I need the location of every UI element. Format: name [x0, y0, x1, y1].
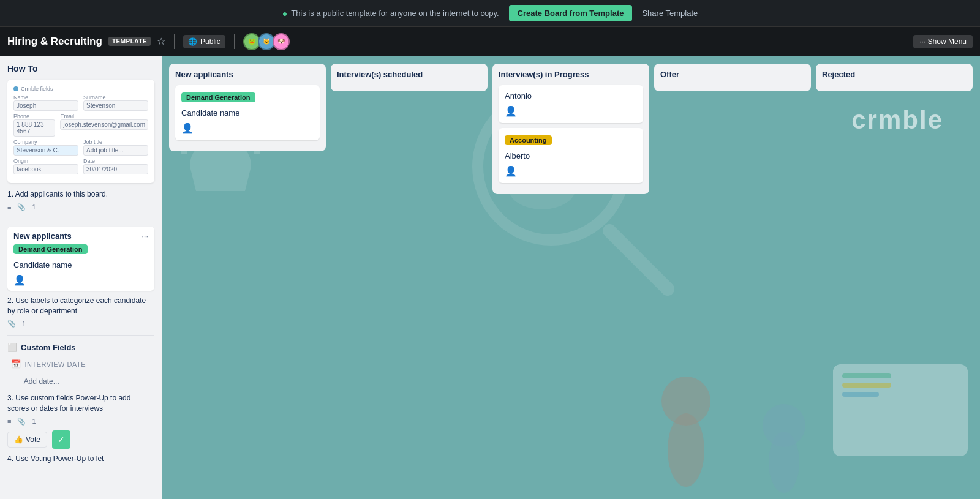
field-row-company: Company Stevenson & C. Job title Add job…	[13, 139, 148, 156]
column-interviews-scheduled-header: Interview(s) scheduled	[337, 70, 481, 79]
crmble-fields-card: Crmble fields Name Joseph Surname Steven…	[7, 80, 154, 183]
person-icon: 👤	[13, 274, 148, 286]
mini-card-header: New applicants ···	[13, 231, 148, 241]
step3-text: 3. Use custom fields Power-Up to add sco…	[7, 393, 154, 414]
column-interviews-scheduled: Interview(s) scheduled	[331, 64, 488, 91]
step1-meta: ≡ 📎 1	[7, 203, 154, 211]
top-banner: ● This is a public template for anyone o…	[0, 0, 980, 27]
vote-check-button[interactable]: ✓	[52, 430, 70, 449]
plus-icon: +	[11, 377, 15, 386]
step1-text: 1. Add applicants to this board.	[7, 189, 154, 200]
card-alberto-title: Alberto	[505, 151, 637, 160]
column-offer-header: Offer	[660, 70, 805, 79]
card-person-icon: 👤	[181, 122, 314, 134]
field-row-name: Name Joseph Surname Stevenson	[13, 94, 148, 111]
card-alberto-icon: 👤	[505, 165, 637, 177]
vote-section: 👍 Vote ✓	[7, 430, 154, 449]
sidebar-title: How To	[7, 64, 154, 73]
lines2-icon: ≡	[7, 418, 11, 425]
green-dot-icon: ●	[282, 9, 287, 18]
card-antonio[interactable]: Antonio 👤	[499, 85, 643, 123]
new-applicants-mini-card[interactable]: New applicants ··· Demand Generation Can…	[7, 227, 154, 291]
custom-fields-header: ⬜ Custom Fields	[7, 343, 154, 352]
clip3-icon: 📎	[17, 418, 26, 426]
crmble-dot	[13, 86, 18, 91]
column-new-applicants-header: New applicants	[175, 70, 320, 79]
interview-date-label: INTERVIEW DATE	[25, 361, 86, 368]
clip-icon: 📎	[17, 203, 26, 211]
board-title: Hiring & Recruiting	[7, 36, 102, 48]
vote-button[interactable]: 👍 Vote	[7, 432, 47, 448]
demand-gen-label: Demand Generation	[13, 244, 148, 257]
thumb-icon: 👍	[14, 435, 23, 444]
box-icon: ⬜	[7, 343, 17, 352]
card-candidate-title: Candidate name	[181, 108, 314, 118]
banner-text: This is a public template for anyone on …	[291, 9, 499, 18]
column-rejected: Rejected	[816, 64, 973, 91]
column-offer-title: Offer	[660, 70, 679, 79]
step1-attachments: 1	[32, 203, 36, 211]
new-applicants-col-label: New applicants	[13, 231, 72, 241]
avatar-3: 🐶	[273, 33, 290, 50]
share-template-button[interactable]: Share Template	[642, 9, 698, 18]
accounting-label-wrapper: Accounting	[505, 134, 637, 148]
column-rejected-header: Rejected	[822, 70, 967, 79]
header-bar: Hiring & Recruiting TEMPLATE ☆ 🌐 Public …	[0, 27, 980, 56]
column-rejected-title: Rejected	[822, 70, 855, 79]
header-divider2	[234, 34, 235, 49]
header-right: ··· Show Menu	[913, 35, 973, 48]
crmble-fields-label: Crmble fields	[21, 86, 53, 92]
main-area: crmble How To Crmble fields Name Joseph …	[0, 56, 980, 499]
add-date-label: + Add date...	[18, 377, 59, 386]
globe-icon: 🌐	[188, 37, 197, 46]
visibility-button[interactable]: 🌐 Public	[183, 35, 225, 48]
create-board-button[interactable]: Create Board from Template	[509, 5, 633, 21]
column-interviews-progress: Interview(s) in Progress Antonio 👤 Accou…	[492, 64, 649, 194]
field-row-contact: Phone 1 888 123 4567 Email joseph.steven…	[13, 113, 148, 137]
column-new-applicants-title: New applicants	[175, 70, 233, 79]
card-antonio-title: Antonio	[505, 91, 637, 100]
visibility-label: Public	[200, 37, 221, 46]
step2-attachments: 1	[22, 320, 26, 328]
accounting-badge: Accounting	[505, 135, 552, 145]
step3-meta: ≡ 📎 1	[7, 418, 154, 426]
column-interviews-scheduled-title: Interview(s) scheduled	[337, 70, 423, 79]
demand-gen-badge: Demand Generation	[13, 244, 88, 254]
show-menu-button[interactable]: ··· Show Menu	[913, 35, 973, 48]
card-antonio-icon: 👤	[505, 105, 637, 117]
custom-fields-title: Custom Fields	[21, 343, 76, 352]
vote-label: Vote	[26, 435, 40, 444]
step4-text: 4. Use Voting Power-Up to let	[7, 454, 154, 464]
lines-icon: ≡	[7, 203, 11, 211]
step2-text: 2. Use labels to categorize each candida…	[7, 296, 154, 317]
board-columns: New applicants Demand Generation Candida…	[162, 56, 980, 499]
card-label-wrapper: Demand Generation	[181, 91, 314, 105]
card-alberto[interactable]: Accounting Alberto 👤	[499, 128, 643, 183]
custom-fields-section: ⬜ Custom Fields 📅 INTERVIEW DATE + + Add…	[7, 343, 154, 388]
field-row-origin: Origin facebook Date 30/01/2020	[13, 158, 148, 174]
column-interviews-progress-title: Interview(s) in Progress	[499, 70, 589, 79]
template-badge: TEMPLATE	[108, 37, 151, 46]
interview-date-field: 📅 INTERVIEW DATE	[7, 357, 154, 371]
add-date-button[interactable]: + + Add date...	[7, 375, 154, 388]
clip2-icon: 📎	[7, 320, 16, 328]
star-icon[interactable]: ☆	[157, 36, 165, 47]
step3-attachments: 1	[32, 418, 36, 425]
crmble-header: Crmble fields	[13, 86, 148, 92]
column-new-applicants: New applicants Demand Generation Candida…	[169, 64, 326, 151]
divider2	[7, 335, 154, 336]
check-icon: ✓	[58, 435, 65, 445]
column-interviews-progress-header: Interview(s) in Progress	[499, 70, 643, 79]
calendar-icon: 📅	[11, 359, 21, 369]
step2-meta: 📎 1	[7, 320, 154, 328]
demand-gen-card-badge: Demand Generation	[181, 92, 255, 102]
avatar-group: 🐸 🐱 🐶	[246, 33, 290, 50]
header-divider	[174, 34, 175, 49]
divider1	[7, 219, 154, 219]
column-offer: Offer	[654, 64, 811, 91]
banner-message: ● This is a public template for anyone o…	[282, 9, 499, 18]
card-menu-icon[interactable]: ···	[141, 231, 148, 241]
sidebar: How To Crmble fields Name Joseph Surname…	[0, 56, 162, 499]
card-candidate[interactable]: Demand Generation Candidate name 👤	[175, 85, 320, 140]
candidate-name-label: Candidate name	[13, 260, 148, 269]
